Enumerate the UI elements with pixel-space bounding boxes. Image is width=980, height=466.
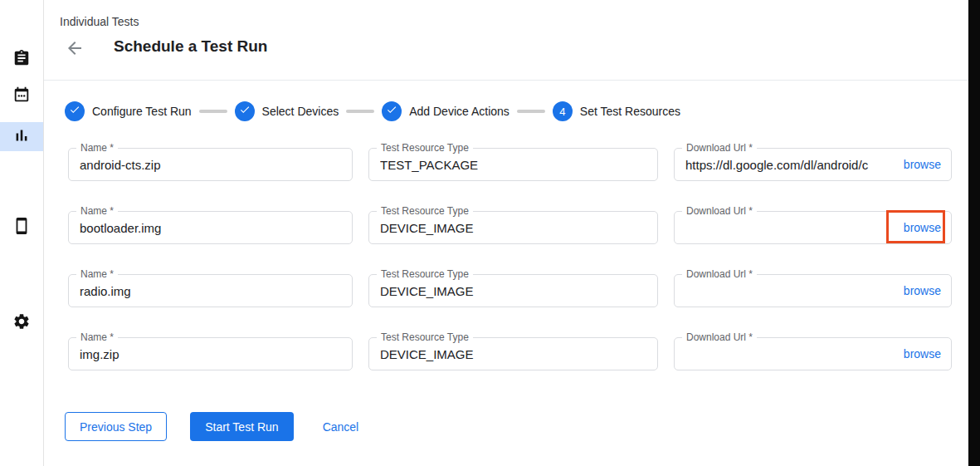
browse-link[interactable]: browse [904,158,941,171]
page-title: Schedule a Test Run [114,37,267,56]
sidebar-item-test-runs[interactable] [0,122,43,151]
step-4-circle: 4 [553,101,573,121]
field-value: android-cts.zip [80,149,342,180]
url-field-row-3[interactable]: Download Url * browse [674,274,952,307]
field-value: DEVICE_IMAGE [380,338,647,370]
step-configure-test-run[interactable]: Configure Test Run [65,101,192,121]
step-connector [517,110,545,113]
start-test-run-button[interactable]: Start Test Run [190,412,293,441]
step-2-circle [235,101,255,121]
browse-link[interactable]: browse [904,221,941,234]
back-button[interactable] [65,38,85,58]
arrow-back-icon [65,47,85,61]
sidebar-item-tests[interactable] [0,45,43,74]
action-bar: Previous Step Start Test Run Cancel [65,412,358,441]
previous-step-button[interactable]: Previous Step [65,412,167,441]
url-value: https://dl.google.com/dl/android/c [685,158,897,172]
url-field-row-1[interactable]: Download Url * https://dl.google.com/dl/… [674,148,952,181]
field-value: DEVICE_IMAGE [380,275,647,307]
field-value: TEST_PACKAGE [380,149,647,180]
sidebar [0,0,44,466]
header-divider [44,80,980,81]
step-label: Set Test Resources [580,105,680,118]
browse-link[interactable]: browse [904,347,941,361]
field-value: bootloader.img [80,212,342,243]
sidebar-item-settings[interactable] [0,308,43,337]
type-field-row-2[interactable]: Test Resource Type DEVICE_IMAGE [368,211,658,244]
gear-icon [12,312,31,334]
step-1-circle [65,101,85,121]
sidebar-item-devices[interactable] [0,213,43,242]
step-label: Configure Test Run [92,105,192,118]
step-connector [199,110,227,113]
check-icon [69,104,80,119]
name-field-row-3[interactable]: Name * radio.img [68,274,353,307]
step-set-test-resources[interactable]: 4 Set Test Resources [553,101,680,121]
step-select-devices[interactable]: Select Devices [235,101,339,121]
name-field-row-2[interactable]: Name * bootloader.img [68,211,353,244]
step-label: Add Device Actions [409,105,510,118]
cancel-button[interactable]: Cancel [323,412,359,441]
test-resources-form: Name * android-cts.zip Test Resource Typ… [68,148,953,370]
step-add-device-actions[interactable]: Add Device Actions [382,101,510,121]
type-field-row-1[interactable]: Test Resource Type TEST_PACKAGE [368,148,658,181]
field-value: DEVICE_IMAGE [380,212,647,243]
step-connector [346,110,374,113]
type-field-row-3[interactable]: Test Resource Type DEVICE_IMAGE [368,274,658,307]
field-value: img.zip [80,338,342,370]
step-label: Select Devices [262,105,339,118]
screen-edge-black-band [968,0,980,466]
field-value: radio.img [80,275,342,307]
type-field-row-4[interactable]: Test Resource Type DEVICE_IMAGE [368,337,658,370]
smartphone-icon [12,217,31,238]
calendar-icon [12,86,31,107]
check-icon [386,104,397,119]
step-number: 4 [559,105,565,118]
stepper: Configure Test Run Select Devices Add De… [65,101,680,121]
breadcrumb: Individual Tests [60,15,139,28]
url-field-row-4[interactable]: Download Url * browse [674,337,952,370]
bar-chart-icon [12,126,31,148]
clipboard-icon [12,49,31,71]
name-field-row-4[interactable]: Name * img.zip [68,337,353,370]
name-field-row-1[interactable]: Name * android-cts.zip [68,148,353,181]
url-field-row-2[interactable]: Download Url * browse [674,211,952,244]
browse-link[interactable]: browse [904,284,941,297]
check-icon [239,104,251,119]
sidebar-item-plans[interactable] [0,81,43,110]
step-3-circle [382,101,402,121]
